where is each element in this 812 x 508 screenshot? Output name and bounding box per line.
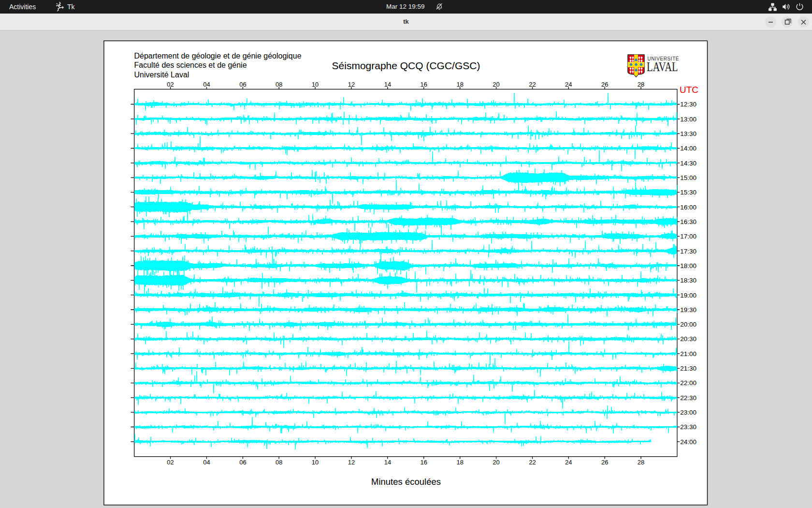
svg-text:14: 14	[384, 459, 391, 466]
svg-text:04: 04	[203, 81, 210, 88]
svg-text:16:30: 16:30	[680, 218, 696, 225]
svg-text:24:00: 24:00	[680, 438, 696, 446]
svg-text:13:30: 13:30	[680, 130, 696, 137]
svg-text:12: 12	[348, 459, 355, 466]
svg-text:14:00: 14:00	[680, 145, 696, 152]
svg-text:10: 10	[312, 459, 319, 466]
svg-text:14:30: 14:30	[680, 160, 696, 167]
svg-text:LAVAL: LAVAL	[647, 60, 678, 74]
svg-text:02: 02	[167, 459, 174, 466]
svg-text:17:30: 17:30	[680, 248, 696, 255]
svg-text:18:00: 18:00	[680, 262, 696, 269]
svg-text:20:30: 20:30	[680, 335, 696, 343]
svg-text:16: 16	[420, 459, 427, 466]
svg-text:18: 18	[456, 459, 463, 466]
svg-text:14: 14	[384, 81, 391, 88]
svg-text:13:00: 13:00	[680, 116, 696, 123]
svg-text:10: 10	[312, 81, 319, 88]
svg-text:Séismographe QCQ (CGC/GSC): Séismographe QCQ (CGC/GSC)	[332, 60, 480, 71]
svg-text:23:30: 23:30	[680, 423, 696, 431]
svg-text:20: 20	[493, 81, 499, 88]
svg-text:20: 20	[493, 459, 499, 466]
svg-text:08: 08	[276, 459, 282, 466]
svg-text:06: 06	[239, 81, 246, 88]
svg-text:28: 28	[638, 459, 644, 466]
svg-text:15:00: 15:00	[680, 174, 696, 181]
svg-text:21:30: 21:30	[680, 365, 696, 372]
svg-text:22: 22	[529, 81, 536, 88]
svg-text:17:00: 17:00	[680, 233, 696, 240]
svg-text:24: 24	[565, 81, 572, 88]
svg-text:Université Laval: Université Laval	[134, 71, 189, 79]
svg-text:06: 06	[239, 459, 246, 466]
svg-text:21:00: 21:00	[680, 350, 696, 358]
svg-text:22: 22	[529, 459, 536, 466]
svg-text:16:00: 16:00	[680, 204, 696, 211]
svg-text:20:00: 20:00	[680, 321, 696, 328]
svg-text:22:30: 22:30	[680, 394, 696, 402]
svg-text:24: 24	[565, 459, 572, 466]
svg-text:UTC: UTC	[680, 85, 698, 95]
svg-text:26: 26	[601, 81, 608, 88]
svg-text:22:00: 22:00	[680, 379, 696, 387]
svg-text:12:30: 12:30	[680, 101, 696, 108]
svg-text:Faculté des sciences et de gén: Faculté des sciences et de génie	[134, 61, 247, 69]
svg-text:02: 02	[167, 81, 174, 88]
svg-text:08: 08	[276, 81, 282, 88]
svg-text:18:30: 18:30	[680, 277, 696, 284]
svg-text:23:00: 23:00	[680, 409, 696, 416]
svg-text:19:30: 19:30	[680, 306, 696, 314]
svg-text:16: 16	[420, 81, 427, 88]
svg-text:18: 18	[456, 81, 463, 88]
svg-text:04: 04	[203, 459, 210, 466]
svg-text:12: 12	[348, 81, 355, 88]
svg-text:26: 26	[601, 459, 608, 466]
svg-text:Département de géologie et de: Département de géologie et de génie géol…	[134, 52, 302, 60]
svg-text:Minutes écoulées: Minutes écoulées	[371, 477, 441, 487]
svg-text:19:00: 19:00	[680, 292, 696, 299]
svg-text:15:30: 15:30	[680, 189, 696, 196]
